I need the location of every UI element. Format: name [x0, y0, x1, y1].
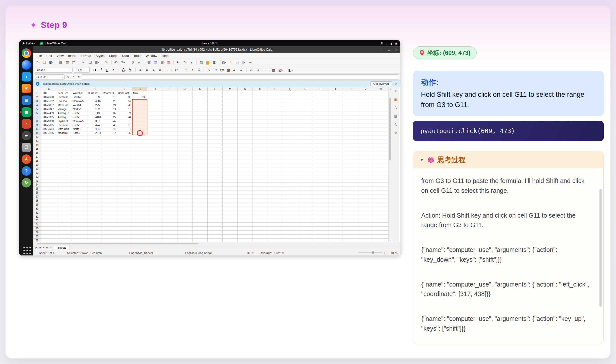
cell-S8[interactable] [313, 119, 328, 123]
cell-S33[interactable] [313, 219, 328, 223]
cell-Q4[interactable] [283, 103, 298, 107]
cell-O18[interactable] [253, 159, 268, 163]
gallery-deck-icon[interactable]: ▨ [393, 114, 398, 119]
cell-W26[interactable] [373, 191, 388, 195]
cell-G22[interactable] [132, 175, 147, 179]
cell-N24[interactable] [238, 183, 253, 187]
cell-S16[interactable] [313, 151, 328, 155]
cell-Q11[interactable] [283, 131, 298, 135]
cell-L3[interactable] [208, 99, 223, 103]
highlighting-color-button[interactable]: A▾ [128, 67, 134, 73]
cell-P30[interactable] [268, 207, 283, 211]
cell-R18[interactable] [298, 159, 313, 163]
cell-S13[interactable] [313, 139, 328, 143]
cell-H28[interactable] [147, 199, 162, 203]
cell-F24[interactable] [117, 183, 132, 187]
cell-J34[interactable] [177, 223, 193, 227]
cell-N31[interactable] [238, 211, 253, 215]
cell-O14[interactable] [253, 143, 268, 147]
cell-A8[interactable]: SKU-1888 [41, 119, 57, 123]
cell-Q5[interactable] [283, 107, 298, 111]
column-header-K[interactable]: K [193, 87, 208, 91]
cell-U16[interactable] [343, 151, 358, 155]
cell-C31[interactable] [72, 211, 87, 215]
row-header-21[interactable]: 21 [33, 171, 41, 175]
cell-N17[interactable] [238, 155, 253, 159]
cell-J29[interactable] [177, 203, 193, 207]
cell-S24[interactable] [313, 183, 328, 187]
cell-V2[interactable] [358, 95, 373, 99]
cell-U12[interactable] [343, 135, 358, 139]
cell-J30[interactable] [177, 207, 193, 211]
cell-E2[interactable]: 10 [102, 95, 117, 99]
cell-K10[interactable] [193, 127, 208, 131]
scroll-up-icon[interactable]: ▲ [389, 88, 392, 91]
cell-L24[interactable] [208, 183, 223, 187]
cell-L29[interactable] [208, 203, 223, 207]
cell-E15[interactable] [102, 147, 117, 151]
delete-row-button[interactable]: ▤ [159, 59, 165, 65]
cell-R9[interactable] [298, 123, 313, 127]
cell-F5[interactable]: 16 [117, 107, 132, 111]
delete-decimal-button[interactable]: .0- [238, 67, 244, 73]
italic-button[interactable]: I [98, 67, 104, 73]
cell-W9[interactable] [373, 123, 388, 127]
row-header-13[interactable]: 13 [33, 139, 41, 143]
cell-J1[interactable] [177, 91, 193, 95]
dock-item-gimp[interactable]: ✏ [19, 131, 33, 140]
cell-C16[interactable] [72, 151, 87, 155]
cell-O8[interactable] [253, 119, 268, 123]
cell-G4[interactable] [132, 103, 147, 107]
cell-W27[interactable] [373, 195, 388, 199]
cell-J6[interactable] [177, 111, 193, 115]
select-all-corner[interactable] [33, 87, 41, 91]
cut-button[interactable]: ✂ [81, 59, 87, 65]
cell-H8[interactable] [147, 119, 162, 123]
cell-B32[interactable] [57, 215, 72, 219]
format-date-button[interactable]: ▦ [225, 67, 231, 73]
cell-E5[interactable]: 14 [102, 107, 117, 111]
row-header-26[interactable]: 26 [33, 191, 41, 195]
cell-F17[interactable] [117, 155, 132, 159]
cell-L11[interactable] [208, 131, 223, 135]
cell-V14[interactable] [358, 143, 373, 147]
cell-O12[interactable] [253, 135, 268, 139]
cell-I25[interactable] [162, 187, 177, 191]
cell-U8[interactable] [343, 119, 358, 123]
cell-W28[interactable] [373, 199, 388, 203]
cell-Q13[interactable] [283, 139, 298, 143]
cell-I2[interactable] [162, 95, 177, 99]
row-header-2[interactable]: 2 [33, 95, 41, 99]
horizontal-scrollbar[interactable] [33, 242, 400, 245]
cell-P25[interactable] [268, 187, 283, 191]
print-button[interactable]: ▥ [64, 59, 70, 65]
cell-K34[interactable] [193, 223, 208, 227]
cell-B24[interactable] [57, 183, 72, 187]
cell-Q15[interactable] [283, 147, 298, 151]
clock[interactable]: Jan 7 18:05 [202, 42, 218, 45]
cell-Q23[interactable] [283, 179, 298, 183]
cell-M11[interactable] [223, 131, 238, 135]
cell-U17[interactable] [343, 155, 358, 159]
align-top-button[interactable]: ↥ [183, 67, 189, 73]
cell-V19[interactable] [358, 163, 373, 167]
cell-V32[interactable] [358, 215, 373, 219]
cell-K14[interactable] [193, 143, 208, 147]
cell-M16[interactable] [223, 151, 238, 155]
cell-L35[interactable] [208, 227, 223, 231]
cell-T21[interactable] [328, 171, 343, 175]
cell-M32[interactable] [223, 215, 238, 219]
cell-S19[interactable] [313, 163, 328, 167]
cell-I29[interactable] [162, 203, 177, 207]
row-header-24[interactable]: 24 [33, 183, 41, 187]
first-sheet-button[interactable]: |◀ [34, 246, 38, 249]
cell-R7[interactable] [298, 115, 313, 119]
cell-Q18[interactable] [283, 159, 298, 163]
sidebar-settings-icon[interactable]: ≡ [393, 89, 398, 94]
pivot-table-button[interactable]: ⊞ [211, 59, 217, 65]
cell-P5[interactable] [268, 107, 283, 111]
wrap-text-button[interactable]: ↩ [173, 67, 179, 73]
cell-R6[interactable] [298, 111, 313, 115]
cell-D35[interactable] [87, 227, 102, 231]
cell-G32[interactable] [132, 215, 147, 219]
